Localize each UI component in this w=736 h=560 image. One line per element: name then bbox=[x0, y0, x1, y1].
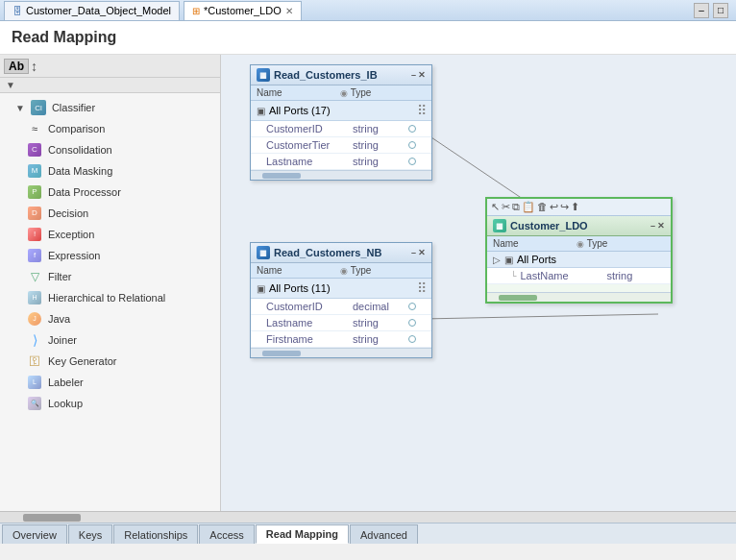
ports-menu-icon-nb[interactable]: ⠿ bbox=[417, 280, 426, 296]
table-row: Lastname string bbox=[251, 315, 431, 331]
tool-redo-icon[interactable]: ↪ bbox=[560, 201, 569, 213]
tool-cut-icon[interactable]: ✂ bbox=[502, 201, 510, 213]
tab-relationships[interactable]: Relationships bbox=[113, 524, 198, 544]
sidebar-item-joiner[interactable]: ⟩ Joiner bbox=[0, 329, 220, 351]
box-minimize-icon[interactable]: – bbox=[411, 70, 416, 80]
tab-customer-ldo[interactable]: ⊞ *Customer_LDO ✕ bbox=[184, 1, 302, 20]
box-minimize-icon-nb[interactable]: – bbox=[411, 248, 416, 257]
sidebar-item-java[interactable]: J Java bbox=[0, 308, 220, 329]
tab-read-mapping[interactable]: Read Mapping bbox=[256, 524, 349, 544]
box-minimize-icon-ldo[interactable]: – bbox=[650, 221, 655, 231]
sidebar-item-data-processor[interactable]: P Data Processor bbox=[0, 182, 220, 203]
ports-expand-icon-nb: ▣ bbox=[257, 283, 265, 294]
ab-label: Ab bbox=[4, 59, 29, 74]
box-close-icon[interactable]: ✕ bbox=[418, 70, 426, 80]
sidebar-item-hierarchical[interactable]: H Hierarchical to Relational bbox=[0, 287, 220, 308]
expand-arrow-icon: ▼ bbox=[15, 103, 25, 113]
port-dot bbox=[408, 335, 416, 343]
box-close-icon-ldo[interactable]: ✕ bbox=[657, 221, 665, 231]
ports-menu-icon[interactable]: ⠿ bbox=[417, 103, 426, 118]
labeler-icon: L bbox=[27, 375, 42, 390]
tool-copy-icon[interactable]: ⧉ bbox=[512, 201, 520, 213]
cursor-icon[interactable]: ↕ bbox=[31, 59, 37, 74]
box-header-controls-ldo: – ✕ bbox=[650, 221, 665, 231]
tab-access[interactable]: Access bbox=[199, 524, 254, 544]
box-scrollbar-h-ib[interactable] bbox=[251, 170, 431, 180]
ports-header-ib[interactable]: ▣ All Ports (17) ⠿ bbox=[251, 101, 431, 121]
item-label-hierarchical: Hierarchical to Relational bbox=[48, 292, 165, 304]
table-row: Firstname string bbox=[251, 331, 431, 348]
tab-close-button[interactable]: ✕ bbox=[285, 6, 293, 16]
item-label-expression: Expression bbox=[48, 250, 100, 261]
tool-delete-icon[interactable]: 🗑 bbox=[537, 201, 548, 213]
sub-indent-icon: └ bbox=[510, 271, 516, 280]
box-ldo-icon: ▦ bbox=[493, 219, 506, 232]
sidebar-item-data-masking[interactable]: M Data Masking bbox=[0, 160, 220, 182]
tool-select-icon[interactable]: ↖ bbox=[491, 201, 500, 213]
ports-header-nb[interactable]: ▣ All Ports (11) ⠿ bbox=[251, 279, 431, 299]
hierarchical-icon: H bbox=[27, 290, 42, 305]
page-heading: Read Mapping bbox=[0, 21, 736, 55]
collapse-arrow-icon: ▼ bbox=[6, 80, 15, 90]
sidebar-item-comparison[interactable]: ≈ Comparison bbox=[0, 118, 220, 139]
maximize-button[interactable]: □ bbox=[713, 3, 728, 18]
box-header-customer-ldo: ▦ Customer_LDO – ✕ bbox=[487, 216, 671, 236]
item-label-java: Java bbox=[48, 313, 70, 325]
sidebar-item-classifier[interactable]: ▼ Cl Classifier bbox=[0, 97, 220, 118]
box-customer-ldo[interactable]: ↖ ✂ ⧉ 📋 🗑 ↩ ↪ ⬆ ▦ Customer_LDO – bbox=[485, 197, 673, 304]
box-header-read-customers-nb: ▦ Read_Customers_NB – ✕ bbox=[251, 243, 431, 263]
sidebar-item-key-generator[interactable]: ⚿ Key Generator bbox=[0, 351, 220, 372]
tab-label: Customer_Data_Object_Model bbox=[26, 5, 171, 16]
sidebar-item-decision[interactable]: D Decision bbox=[0, 203, 220, 224]
bottom-scrollbar[interactable] bbox=[0, 511, 736, 523]
box-title-read-customers-nb: Read_Customers_NB bbox=[274, 247, 381, 258]
ports-expand-icon: ▣ bbox=[257, 106, 265, 116]
key-generator-icon: ⚿ bbox=[27, 353, 42, 369]
tab-advanced[interactable]: Advanced bbox=[350, 524, 418, 544]
tab-overview[interactable]: Overview bbox=[2, 524, 67, 544]
box-cols-ib: Name ◉Type bbox=[251, 85, 431, 101]
scroll-thumb-ldo bbox=[499, 295, 537, 301]
box-close-icon-nb[interactable]: ✕ bbox=[418, 248, 426, 257]
box-db-icon: ▦ bbox=[257, 68, 270, 82]
canvas-area[interactable]: ▦ Read_Customers_IB – ✕ Name ◉Type ▣ All… bbox=[221, 55, 736, 511]
box-scrollbar-h-nb[interactable] bbox=[251, 348, 431, 357]
box-read-customers-ib[interactable]: ▦ Read_Customers_IB – ✕ Name ◉Type ▣ All… bbox=[250, 64, 432, 181]
box-read-customers-nb[interactable]: ▦ Read_Customers_NB – ✕ Name ◉Type ▣ All… bbox=[250, 242, 432, 358]
ports-expand-icon-ldo: ▷ bbox=[493, 255, 501, 265]
java-icon: J bbox=[27, 311, 42, 327]
box-title-read-customers-ib: Read_Customers_IB bbox=[274, 69, 378, 81]
table-row: CustomerID decimal bbox=[251, 299, 431, 315]
ports-label-ldo: All Ports bbox=[517, 254, 556, 265]
item-label-data-masking: Data Masking bbox=[48, 165, 112, 177]
sidebar-item-filter[interactable]: ▽ Filter bbox=[0, 266, 220, 287]
tab-keys[interactable]: Keys bbox=[68, 524, 112, 544]
sidebar-item-exception[interactable]: ! Exception bbox=[0, 224, 220, 245]
data-processor-icon: P bbox=[27, 184, 42, 200]
tool-export-icon[interactable]: ⬆ bbox=[571, 201, 579, 213]
minimize-button[interactable]: – bbox=[694, 3, 709, 18]
item-label-exception: Exception bbox=[48, 229, 94, 240]
tab-label-active: *Customer_LDO bbox=[204, 5, 282, 16]
table-row-ldo: └ LastName string bbox=[487, 268, 671, 284]
ports-header-ldo[interactable]: ▷ ▣ All Ports bbox=[487, 252, 671, 268]
collapse-row[interactable]: ▼ bbox=[0, 78, 220, 93]
bottom-scroll-thumb bbox=[23, 514, 81, 522]
sidebar-item-consolidation[interactable]: C Consolidation bbox=[0, 139, 220, 160]
tool-paste-icon[interactable]: 📋 bbox=[522, 201, 535, 213]
sidebar-item-labeler[interactable]: L Labeler bbox=[0, 372, 220, 393]
item-label-labeler: Labeler bbox=[48, 377, 84, 388]
item-label-data-processor: Data Processor bbox=[48, 186, 121, 198]
box-header-controls-nb: – ✕ bbox=[411, 248, 426, 257]
port-dot bbox=[408, 158, 416, 165]
box-title-customer-ldo: Customer_LDO bbox=[510, 220, 588, 231]
item-label-lookup: Lookup bbox=[48, 398, 83, 409]
sidebar-item-expression[interactable]: f Expression bbox=[0, 245, 220, 266]
ldo-icon: ⊞ bbox=[192, 6, 200, 16]
box-scrollbar-h-ldo[interactable] bbox=[487, 292, 671, 302]
item-label-comparison: Comparison bbox=[48, 123, 105, 134]
sidebar-item-lookup[interactable]: 🔍 Lookup bbox=[0, 393, 220, 414]
tab-customer-data-model[interactable]: 🗄 Customer_Data_Object_Model bbox=[4, 1, 180, 20]
item-label-filter: Filter bbox=[48, 271, 71, 282]
tool-undo-icon[interactable]: ↩ bbox=[550, 201, 558, 213]
